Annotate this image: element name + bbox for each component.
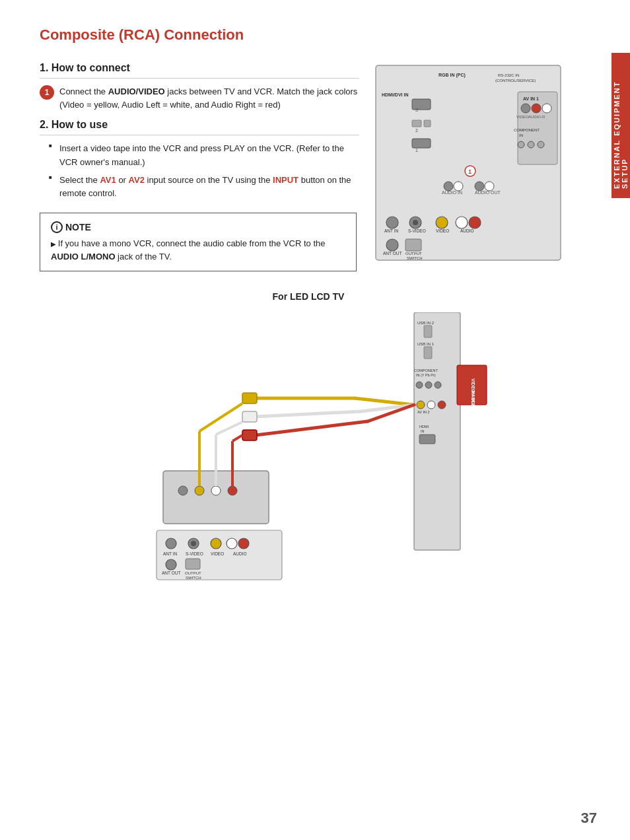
svg-rect-72 [242,411,257,422]
svg-point-28 [475,182,484,191]
svg-text:(CONTROL/SERVICE): (CONTROL/SERVICE) [495,79,536,83]
svg-text:HDMI/DVI IN: HDMI/DVI IN [382,92,408,97]
svg-point-61 [427,401,435,409]
svg-text:1: 1 [468,168,472,175]
audio-mono-label: AUDIO L/MONO [51,252,116,262]
svg-point-40 [386,239,398,251]
svg-point-60 [417,401,425,409]
svg-text:1: 1 [415,148,418,153]
svg-point-30 [386,217,398,228]
svg-text:USB IN 2: USB IN 2 [417,321,435,325]
note-icon: i [51,221,63,233]
svg-point-17 [542,104,551,113]
svg-text:AUDIO-R: AUDIO-R [528,115,545,119]
svg-line-70 [256,411,361,417]
svg-point-80 [228,486,237,495]
section2-header: 2. How to use [40,119,359,135]
svg-text:COMPONENT: COMPONENT [514,128,540,132]
svg-point-95 [227,538,237,549]
svg-text:COMPONENT: COMPONENT [414,368,438,372]
svg-line-68 [355,398,414,405]
section1-header: 1. How to connect [40,62,359,79]
svg-text:S-VIDEO: S-VIDEO [408,228,426,233]
svg-rect-52 [424,326,432,337]
svg-point-29 [485,182,494,191]
svg-text:IN: IN [421,429,425,433]
svg-line-84 [216,422,242,435]
input-label: INPUT [273,175,298,185]
tv-back-diagram: RGB IN (PC) RS-232C IN (CONTROL/SERVICE)… [372,62,577,267]
step1-text: Connect the AUDIO/VIDEO jacks between TV… [59,85,359,111]
svg-point-58 [425,382,432,388]
page-number: 37 [581,810,597,827]
svg-point-21 [518,141,524,148]
svg-rect-66 [419,435,435,444]
svg-text:ANT IN: ANT IN [384,228,398,233]
section1: 1. How to connect 1 Connect the AUDIO/VI… [40,62,359,111]
svg-rect-7 [412,120,421,127]
led-section: For LED LCD TV VIDEO/AUDIO AV IN 2 USB I… [40,291,577,590]
svg-point-79 [211,486,221,495]
svg-point-93 [211,538,221,549]
svg-text:RGB IN (PC): RGB IN (PC) [438,73,466,78]
svg-text:HDMI: HDMI [419,425,429,429]
svg-point-98 [166,559,176,570]
svg-line-86 [232,435,242,441]
audio-video-bold: AUDIO/VIDEO [108,87,165,96]
svg-point-37 [456,217,468,228]
svg-text:VIDEO: VIDEO [436,228,449,233]
svg-text:2: 2 [415,128,418,133]
svg-point-62 [438,401,446,409]
note-text: If you have a mono VCR, connect the audi… [51,237,345,263]
svg-text:SWITCH: SWITCH [407,256,423,260]
svg-text:AV IN 1: AV IN 1 [523,96,539,101]
svg-text:ANT OUT: ANT OUT [162,571,180,575]
section2: 2. How to use Insert a video tape into t… [40,119,359,201]
svg-point-16 [532,104,541,113]
svg-text:AUDIO: AUDIO [460,228,474,233]
svg-text:ANT OUT: ANT OUT [383,251,402,256]
bullet-item-1: Insert a video tape into the VCR and pre… [50,142,359,170]
svg-point-57 [416,382,423,388]
svg-rect-100 [186,559,200,569]
svg-text:IN: IN [519,133,523,137]
svg-point-33 [413,220,418,225]
svg-text:VIDEO: VIDEO [516,115,529,119]
svg-text:RS-232C IN: RS-232C IN [498,73,519,77]
svg-text:ANT IN: ANT IN [163,551,177,556]
svg-rect-10 [412,139,431,148]
svg-line-73 [256,421,368,435]
svg-rect-8 [424,120,431,127]
svg-point-91 [191,541,196,546]
sidebar-tab: EXTERNAL EQUIPMENT SETUP [612,53,630,198]
svg-point-23 [538,141,544,148]
av1-label: AV1 [100,175,116,185]
svg-text:IN (Y Pb Pr): IN (Y Pb Pr) [416,373,436,377]
svg-point-88 [166,538,176,549]
svg-point-26 [444,182,453,191]
svg-text:3: 3 [415,108,418,112]
step1-number: 1 [40,85,54,100]
svg-text:SWITCH: SWITCH [186,576,201,580]
svg-point-78 [195,486,204,495]
bullet-item-2: Select the AV1 or AV2 input source on th… [50,174,359,201]
svg-rect-42 [405,239,421,251]
svg-line-82 [199,403,242,431]
svg-text:AV IN 2: AV IN 2 [417,410,430,414]
av2-label: AV2 [129,175,145,185]
svg-rect-69 [242,393,257,403]
svg-text:AUDIO: AUDIO [233,551,247,556]
svg-text:VIDEO: VIDEO [211,551,224,556]
svg-rect-75 [242,430,257,440]
svg-point-27 [454,182,463,191]
svg-point-38 [469,217,481,228]
svg-point-59 [435,382,441,388]
bullet-list: Insert a video tape into the VCR and pre… [40,142,359,201]
page-title: Composite (RCA) Connection [40,26,577,44]
svg-point-14 [521,104,530,113]
step1-row: 1 Connect the AUDIO/VIDEO jacks between … [40,85,359,111]
tv-back-svg: RGB IN (PC) RS-232C IN (CONTROL/SERVICE)… [372,62,571,267]
svg-text:S-VIDEO: S-VIDEO [186,551,203,556]
svg-point-96 [238,538,249,549]
svg-text:OUTPUT: OUTPUT [185,571,201,575]
